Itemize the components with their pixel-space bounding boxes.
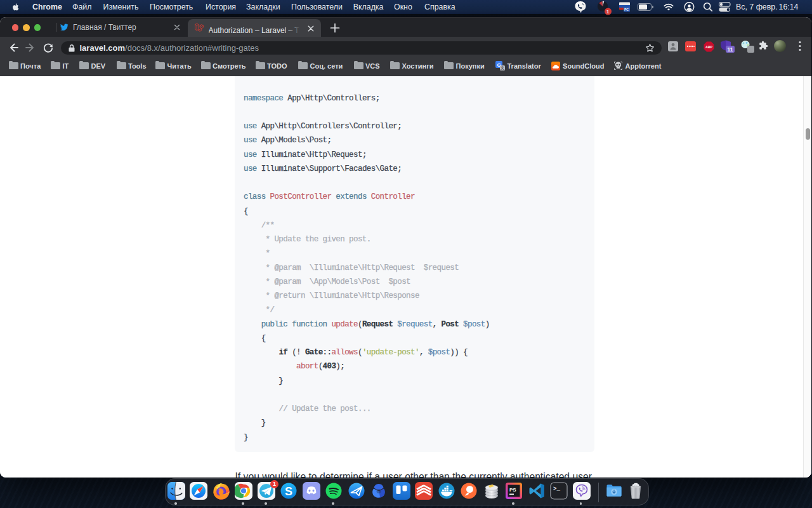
svg-text:>_: >_	[553, 486, 560, 492]
svg-text:文: 文	[500, 65, 505, 70]
svg-text:PS: PS	[509, 487, 516, 493]
svg-text:S: S	[285, 485, 292, 498]
svg-text:ABP: ABP	[705, 45, 712, 49]
